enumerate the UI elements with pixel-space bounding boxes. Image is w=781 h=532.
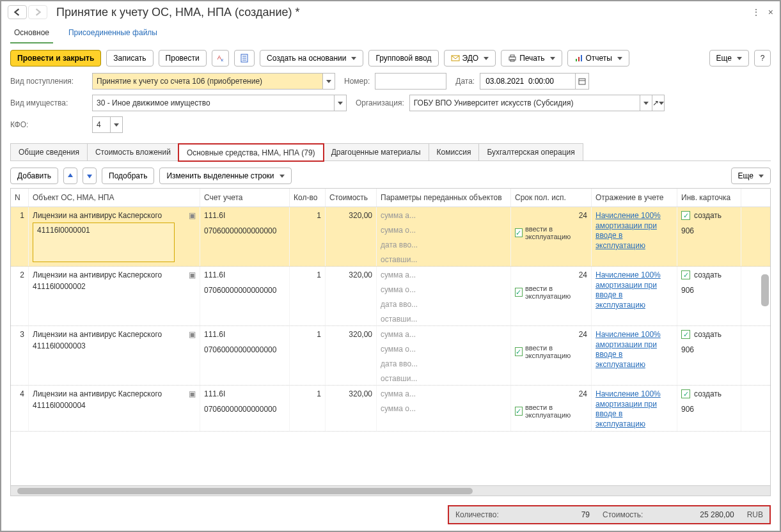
cell-params[interactable]: сумма а...сумма о...дата вво...оставши..… xyxy=(377,326,511,385)
col-inv-card[interactable]: Инв. карточка xyxy=(677,189,741,207)
open-object-icon[interactable]: ▣ xyxy=(189,211,196,220)
inv-create-checkbox[interactable]: создать xyxy=(681,330,737,339)
receipt-type-field[interactable]: Принятие к учету со счета 106 (приобрете… xyxy=(97,77,319,86)
cell-object[interactable]: Лицензии на антивирус Касперского▣41116l… xyxy=(29,326,200,385)
col-cost[interactable]: Стоимость xyxy=(326,189,377,207)
cell-qty[interactable]: 1 xyxy=(290,207,326,266)
group-input-button[interactable]: Групповой ввод xyxy=(368,50,438,66)
org-dropdown[interactable] xyxy=(640,95,652,111)
cell-cost[interactable]: 320,00 xyxy=(326,386,377,431)
cell-service-life[interactable]: 24ввести в эксплуатацию xyxy=(511,267,592,325)
reports-button[interactable]: Отчеты xyxy=(567,50,629,66)
col-n[interactable]: N xyxy=(11,189,29,207)
kfo-dropdown[interactable] xyxy=(110,116,123,133)
cell-qty[interactable]: 1 xyxy=(290,386,326,431)
cell-inv-card[interactable]: создать906 xyxy=(677,207,741,266)
cell-object[interactable]: Лицензии на антивирус Касперского▣41116l… xyxy=(29,207,200,266)
cell-params[interactable]: сумма а...сумма о... xyxy=(377,386,511,431)
cell-service-life[interactable]: 24ввести в эксплуатацию xyxy=(511,207,592,266)
cell-params[interactable]: сумма а...сумма о...дата вво...оставши..… xyxy=(377,267,511,325)
cell-account[interactable]: 111.6I07060000000000000 xyxy=(200,326,290,385)
object-code-field[interactable]: 41116l0000001 xyxy=(33,223,175,262)
accounting-link[interactable]: Начисление 100% амортизации при вводе в … xyxy=(596,211,661,250)
edit-rows-button[interactable]: Изменить выделенные строки xyxy=(159,168,291,184)
tab-accounting-op[interactable]: Бухгалтерская операция xyxy=(478,143,583,160)
nav-back-button[interactable] xyxy=(8,5,27,19)
date-field[interactable] xyxy=(484,76,571,86)
tab-commission[interactable]: Комиссия xyxy=(429,143,480,160)
table-row[interactable]: 4Лицензии на антивирус Касперского▣41116… xyxy=(11,386,770,432)
cell-account[interactable]: 111.6I07060000000000000 xyxy=(200,386,290,431)
cell-service-life[interactable]: 24ввести в эксплуатацию xyxy=(511,326,592,385)
cell-reflection[interactable]: Начисление 100% амортизации при вводе в … xyxy=(592,326,677,385)
open-object-icon[interactable]: ▣ xyxy=(189,330,196,339)
table-row[interactable]: 2Лицензии на антивирус Касперского▣41116… xyxy=(11,267,770,326)
receipt-type-dropdown[interactable] xyxy=(322,73,335,90)
table-row[interactable]: 3Лицензии на антивирус Касперского▣41116… xyxy=(11,326,770,386)
cell-cost[interactable]: 320,00 xyxy=(326,326,377,385)
cell-account[interactable]: 111.6I07060000000000000 xyxy=(200,267,290,325)
table-row[interactable]: 1Лицензии на антивирус Касперского▣41116… xyxy=(11,207,770,267)
in-use-checkbox[interactable]: ввести в эксплуатацию xyxy=(515,225,587,240)
accounting-link[interactable]: Начисление 100% амортизации при вводе в … xyxy=(596,270,661,309)
tab-attachments[interactable]: Присоединенные файлы xyxy=(65,24,161,43)
cell-account[interactable]: 111.6I07060000000000000 xyxy=(200,207,290,266)
cell-object[interactable]: Лицензии на антивирус Касперского▣41116l… xyxy=(29,267,200,325)
cell-qty[interactable]: 1 xyxy=(290,267,326,325)
cell-inv-card[interactable]: создать906 xyxy=(677,326,741,385)
move-down-button[interactable] xyxy=(83,168,97,184)
table-more-button[interactable]: Еще xyxy=(731,168,771,184)
col-reflection[interactable]: Отражение в учете xyxy=(592,189,677,207)
calendar-button[interactable] xyxy=(575,73,589,90)
col-service-life[interactable]: Срок пол. исп. xyxy=(511,189,592,207)
cell-inv-card[interactable]: создать906 xyxy=(677,386,741,431)
org-field[interactable]: ГОБУ ВПО Университет искусств (Субсидия) xyxy=(414,98,636,107)
edo-button[interactable]: ЭДО xyxy=(444,50,496,66)
select-button[interactable]: Подобрать xyxy=(102,168,154,184)
window-menu-icon[interactable]: ⋮ xyxy=(752,7,761,17)
more-button[interactable]: Еще xyxy=(709,50,749,66)
help-button[interactable]: ? xyxy=(754,50,771,66)
tab-general[interactable]: Общие сведения xyxy=(10,143,88,160)
inv-create-checkbox[interactable]: создать xyxy=(681,389,737,398)
in-use-checkbox[interactable]: ввести в эксплуатацию xyxy=(515,403,587,419)
list-button[interactable] xyxy=(234,50,255,66)
tab-fixed-assets[interactable]: Основные средства, НМА, НПА (79) xyxy=(178,144,324,161)
cell-cost[interactable]: 320,00 xyxy=(326,267,377,325)
tab-main[interactable]: Основное xyxy=(10,24,53,43)
asset-type-field[interactable]: 30 - Иное движимое имущество xyxy=(97,98,330,107)
post-button[interactable]: Провести xyxy=(159,50,207,66)
col-account[interactable]: Счет учета xyxy=(200,189,290,207)
number-field[interactable] xyxy=(379,76,442,86)
cell-reflection[interactable]: Начисление 100% амортизации при вводе в … xyxy=(592,267,677,325)
cell-reflection[interactable]: Начисление 100% амортизации при вводе в … xyxy=(592,207,677,266)
in-use-checkbox[interactable]: ввести в эксплуатацию xyxy=(515,285,587,300)
accounting-link[interactable]: Начисление 100% амортизации при вводе в … xyxy=(596,389,661,428)
col-params[interactable]: Параметры переданных объектов xyxy=(377,189,511,207)
move-up-button[interactable] xyxy=(63,168,77,184)
vertical-scrollbar[interactable] xyxy=(760,207,769,475)
cell-cost[interactable]: 320,00 xyxy=(326,207,377,266)
cell-qty[interactable]: 1 xyxy=(290,326,326,385)
inv-create-checkbox[interactable]: создать xyxy=(681,211,737,220)
add-row-button[interactable]: Добавить xyxy=(10,168,58,184)
horizontal-scrollbar[interactable] xyxy=(11,485,770,496)
tab-precious-materials[interactable]: Драгоценные материалы xyxy=(323,143,429,160)
open-object-icon[interactable]: ▣ xyxy=(189,389,196,398)
cell-inv-card[interactable]: создать906 xyxy=(677,267,741,325)
print-button[interactable]: Печать xyxy=(501,50,562,66)
accounting-link[interactable]: Начисление 100% амортизации при вводе в … xyxy=(596,330,661,369)
nav-forward-button[interactable] xyxy=(28,5,47,19)
cell-params[interactable]: сумма а...сумма о...дата вво...оставши..… xyxy=(377,207,511,266)
create-based-on-button[interactable]: Создать на основании xyxy=(260,50,364,66)
col-qty[interactable]: Кол-во xyxy=(290,189,326,207)
col-object[interactable]: Объект ОС, НМА, НПА xyxy=(29,189,200,207)
cell-object[interactable]: Лицензии на антивирус Касперского▣41116l… xyxy=(29,386,200,431)
kfo-field[interactable]: 4 xyxy=(97,120,106,129)
open-object-icon[interactable]: ▣ xyxy=(189,270,196,279)
table-body[interactable]: 1Лицензии на антивирус Касперского▣41116… xyxy=(11,207,770,485)
debit-credit-button[interactable]: Ак xyxy=(212,50,229,66)
post-and-close-button[interactable]: Провести и закрыть xyxy=(10,50,101,66)
write-button[interactable]: Записать xyxy=(106,50,153,66)
asset-type-dropdown[interactable] xyxy=(334,95,347,111)
